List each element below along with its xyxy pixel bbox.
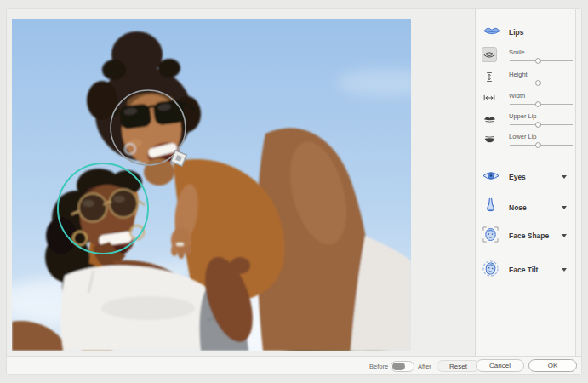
chevron-down-icon[interactable] bbox=[562, 175, 567, 179]
footer-bar: Before After Reset Cancel OK bbox=[7, 356, 581, 374]
before-label: Before bbox=[369, 363, 388, 370]
section-lips-label: Lips bbox=[509, 28, 523, 37]
smile-label: Smile bbox=[509, 49, 525, 56]
width-option[interactable] bbox=[482, 90, 497, 106]
chevron-down-icon[interactable] bbox=[562, 206, 567, 209]
photo[interactable] bbox=[12, 19, 411, 351]
section-face-tilt[interactable]: Face Tilt bbox=[476, 260, 576, 282]
hand-on-shoulder bbox=[171, 227, 191, 259]
lower-lip-label: Lower Lip bbox=[509, 133, 537, 140]
ok-button[interactable]: OK bbox=[528, 359, 577, 372]
photo-canvas[interactable] bbox=[12, 19, 411, 351]
nose-icon bbox=[485, 197, 496, 213]
after-label: After bbox=[418, 363, 431, 370]
toggle-knob[interactable] bbox=[392, 363, 405, 370]
chevron-down-icon[interactable] bbox=[562, 268, 567, 272]
reset-button[interactable]: Reset bbox=[437, 360, 480, 372]
eye-icon bbox=[482, 170, 500, 181]
smile-option[interactable] bbox=[482, 47, 497, 62]
face-shape-icon bbox=[482, 226, 499, 243]
smile-lips-icon bbox=[483, 51, 495, 59]
smart-portrait-dialog: Lips Smile bbox=[7, 9, 581, 374]
section-lips[interactable]: Lips bbox=[476, 26, 576, 41]
height-option[interactable] bbox=[482, 69, 497, 84]
lips-icon bbox=[482, 26, 501, 37]
width-slider[interactable] bbox=[510, 100, 573, 109]
height-slider[interactable] bbox=[510, 79, 573, 88]
section-eyes[interactable]: Eyes bbox=[476, 167, 576, 189]
lower-lip-icon bbox=[483, 135, 496, 143]
canvas-area bbox=[7, 9, 474, 356]
panel-scrollbar[interactable] bbox=[575, 9, 581, 356]
section-nose[interactable]: Nose bbox=[476, 197, 576, 220]
section-face-shape[interactable]: Face Shape bbox=[476, 226, 576, 248]
upper-lip-icon bbox=[483, 115, 496, 123]
lip-height-icon bbox=[485, 71, 494, 83]
width-label: Width bbox=[509, 92, 525, 100]
section-face-shape-label: Face Shape bbox=[509, 232, 549, 240]
chevron-down-icon[interactable] bbox=[562, 234, 567, 237]
upper-lip-label: Upper Lip bbox=[509, 112, 537, 120]
section-nose-label: Nose bbox=[509, 203, 527, 212]
height-label: Height bbox=[509, 71, 528, 78]
lip-width-icon bbox=[483, 94, 495, 102]
lower-lip-slider[interactable] bbox=[510, 141, 573, 150]
section-eyes-label: Eyes bbox=[509, 173, 526, 181]
face-tilt-icon bbox=[482, 260, 499, 277]
upper-lip-slider[interactable] bbox=[510, 121, 573, 129]
smile-slider[interactable] bbox=[510, 57, 573, 66]
adjustments-panel: Lips Smile bbox=[475, 9, 575, 356]
cancel-button[interactable]: Cancel bbox=[476, 359, 524, 372]
lower-lip-option[interactable] bbox=[482, 131, 497, 146]
section-face-tilt-label: Face Tilt bbox=[509, 266, 538, 274]
before-after-toggle[interactable] bbox=[391, 361, 414, 372]
upper-lip-option[interactable] bbox=[482, 111, 497, 126]
